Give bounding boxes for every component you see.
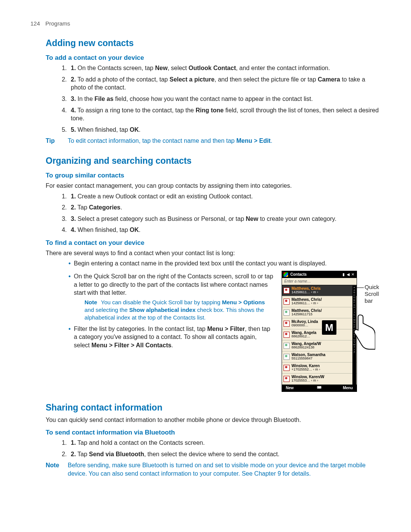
contact-name: Watson, Samantha: [292, 353, 355, 357]
contact-name: Matthews, Chris: [292, 287, 355, 291]
contact-row[interactable]: Winslow, Karen/W17025553… ‹ m ›: [282, 374, 357, 385]
steps-group-contacts: 1. Create a new Outlook contact or edit …: [53, 192, 381, 234]
sim-contact-icon: [284, 354, 290, 360]
contact-row[interactable]: Matthews, Chris14258611… ‹ m ›: [282, 285, 357, 296]
outlook-contact-icon: [284, 288, 290, 294]
step: 3. In the File as field, choose how you …: [68, 95, 381, 103]
outlook-contact-icon: [284, 376, 290, 382]
contact-row[interactable]: Wang, Angela88628912…: [282, 329, 357, 340]
note-bluetooth: Note Before sending, make sure Bluetooth…: [46, 461, 381, 478]
subheading-find-contact: To find a contact on your device: [46, 239, 381, 248]
heading-sharing-contact-info: Sharing contact information: [46, 402, 381, 414]
page-section-name: Programs: [45, 20, 70, 27]
contact-number: 14258611715: [292, 313, 355, 316]
step: 1. Tap and hold a contact on the Contact…: [68, 439, 381, 447]
steps-add-contact: 1. On the Contacts screen, tap New, sele…: [53, 64, 381, 134]
contact-row[interactable]: Watson, Samantha55115559847: [282, 351, 357, 363]
close-icon: ✕: [350, 272, 355, 277]
signal-icon: ▮: [341, 272, 346, 277]
note-text: Before sending, make sure Bluetooth is t…: [68, 461, 381, 478]
phone-title: Contacts: [290, 272, 341, 277]
contact-number: 14258611… ‹ m ›: [292, 291, 355, 294]
subheading-send-via-bluetooth: To send contact information via Bluetoot…: [46, 428, 381, 437]
contact-number: +17025552… ‹ m ›: [292, 368, 355, 371]
contact-name: Winslow, Karen/W: [292, 375, 355, 379]
softkey-menu[interactable]: Menu: [327, 385, 357, 391]
contact-row[interactable]: Matthews, Chris/14258611… ‹ m ›: [282, 296, 357, 307]
tip-label: Tip: [46, 137, 68, 145]
page-number: 124: [30, 20, 40, 27]
bullet-item: On the Quick Scroll bar on the right of …: [68, 272, 274, 322]
note-quick-scroll: Note You can disable the Quick Scroll ba…: [84, 299, 274, 322]
search-input[interactable]: Enter a name…: [282, 278, 357, 285]
contact-number: 55115559847: [292, 357, 355, 360]
step: 4. To assign a ring tone to the contact,…: [68, 106, 381, 123]
phone-titlebar: Contacts ▮ ◀ ✕: [282, 271, 357, 278]
sim-contact-icon: [284, 310, 290, 316]
softkey-new[interactable]: New: [282, 385, 312, 391]
step: 2. Tap Send via Bluetooth, then select t…: [68, 450, 381, 459]
page-header: 124 Programs: [30, 20, 381, 27]
step: 4. When finished, tap OK.: [68, 226, 381, 234]
contact-number: 88628912…: [292, 335, 355, 338]
step: 3. Select a preset category such as Busi…: [68, 215, 381, 223]
step: 1. On the Contacts screen, tap New, sele…: [68, 64, 381, 72]
tip-row: Tip To edit contact information, tap the…: [46, 137, 381, 145]
volume-icon: ◀: [346, 272, 350, 277]
contact-name: Winslow, Karen: [292, 364, 355, 368]
contact-number: 886289124138: [292, 346, 355, 349]
contact-row[interactable]: Matthews, Chris/14258611715: [282, 307, 357, 318]
paragraph: There are several ways to find a contact…: [46, 249, 381, 257]
paragraph: For easier contact management, you can g…: [46, 182, 381, 190]
outlook-contact-icon: [284, 365, 290, 371]
find-contact-bullets: On the Quick Scroll bar on the right of …: [68, 272, 274, 349]
step: 1. Create a new Outlook contact or edit …: [68, 192, 381, 201]
contact-number: 17025553… ‹ m ›: [292, 379, 355, 382]
paragraph: You can quickly send contact information…: [46, 416, 381, 424]
outlook-contact-icon: [284, 321, 290, 327]
outlook-contact-icon: [284, 299, 290, 305]
bullet-item: Begin entering a contact name in the pro…: [68, 259, 381, 268]
hand-pointer-icon: [349, 313, 375, 355]
contact-name: Wang, Angela/W: [292, 342, 355, 346]
contacts-phone-figure: Contacts ▮ ◀ ✕ Enter a name… Matthews, C…: [282, 271, 381, 392]
step: 2. Tap Categories.: [68, 203, 381, 212]
contact-name: Matthews, Chris/: [292, 309, 355, 313]
quick-scroll-letter-overlay: M: [322, 320, 336, 335]
callout-line: [356, 288, 364, 288]
contacts-list[interactable]: Matthews, Chris14258611… ‹ m ›Matthews, …: [282, 285, 357, 385]
phone-screen: Contacts ▮ ◀ ✕ Enter a name… Matthews, C…: [282, 271, 357, 392]
step: 5. When finished, tap OK.: [68, 126, 381, 134]
subheading-group-similar: To group similar contacts: [46, 171, 381, 180]
step: 2. To add a photo of the contact, tap Se…: [68, 75, 381, 92]
steps-send-bluetooth: 1. Tap and hold a contact on the Contact…: [53, 439, 381, 458]
outlook-contact-icon: [284, 332, 290, 338]
phone-softkeys: New ⌨ Menu: [282, 385, 357, 391]
contact-row[interactable]: Winslow, Karen+17025552… ‹ m ›: [282, 363, 357, 374]
quick-scroll-label: Quick Scroll bar: [365, 284, 381, 304]
contact-row[interactable]: Wang, Angela/W886289124138: [282, 340, 357, 351]
bullet-item: Filter the list by categories. In the co…: [68, 325, 274, 350]
contact-row[interactable]: McAvoy, Linda0900000…: [282, 318, 357, 329]
keyboard-icon[interactable]: ⌨: [312, 386, 327, 390]
note-label: Note: [46, 461, 68, 478]
subheading-to-add-a-contact: To add a contact on your device: [46, 54, 381, 62]
heading-adding-new-contacts: Adding new contacts: [46, 37, 381, 49]
sim-contact-icon: [284, 343, 290, 349]
contact-number: 14258611… ‹ m ›: [292, 302, 355, 305]
start-icon: [284, 272, 288, 277]
bullet-first-wrap: Begin entering a contact name in the pro…: [68, 259, 381, 268]
tip-text: To edit contact information, tap the con…: [68, 137, 381, 145]
contact-name: Matthews, Chris/: [292, 298, 355, 302]
note-label: Note: [84, 299, 97, 305]
heading-organizing-searching: Organizing and searching contacts: [46, 155, 381, 167]
